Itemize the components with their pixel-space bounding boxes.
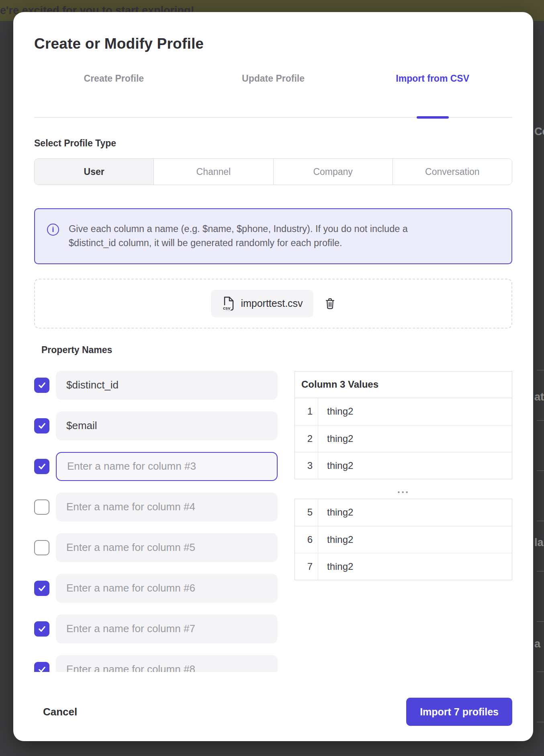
property-names-column: Property Names [34, 345, 278, 672]
property-name-input[interactable] [56, 574, 278, 603]
profile-type-option-user[interactable]: User [35, 159, 153, 185]
property-row [34, 493, 278, 522]
csv-file-icon: csv [221, 296, 234, 311]
tab-create-profile[interactable]: Create Profile [34, 73, 194, 84]
property-name-input[interactable] [56, 411, 278, 440]
profile-type-option-company[interactable]: Company [273, 159, 393, 185]
row-value-cell: thing2 [318, 425, 512, 452]
row-value-cell: thing2 [318, 553, 512, 580]
row-value-cell: thing2 [318, 499, 512, 526]
modal-footer: Cancel Import 7 profiles [34, 698, 512, 726]
property-row [34, 411, 278, 440]
profile-type-option-conversation[interactable]: Conversation [393, 159, 512, 185]
property-name-input[interactable] [56, 533, 278, 562]
trash-icon [325, 298, 335, 309]
tab-update-profile[interactable]: Update Profile [194, 73, 353, 84]
row-value-cell: thing2 [318, 526, 512, 553]
info-text: Give each column a name (e.g. $name, $ph… [69, 222, 422, 251]
row-index-cell: 1 [295, 398, 318, 425]
row-value-cell: thing2 [318, 452, 512, 479]
table-row: 2thing2 [295, 425, 512, 452]
property-row [34, 371, 278, 400]
values-table-bottom: 5thing26thing27thing2 [294, 499, 512, 580]
file-chip: csv importtest.csv [211, 290, 313, 317]
row-value-cell: thing2 [318, 398, 512, 425]
table-row: 1thing2 [295, 398, 512, 425]
tab-rule [34, 117, 512, 118]
checkmark-icon [37, 462, 47, 471]
property-row [34, 614, 278, 643]
page-title: Create or Modify Profile [34, 35, 512, 52]
property-checkbox[interactable] [34, 499, 49, 515]
delete-file-button[interactable] [325, 298, 335, 309]
background-fragment: Col [534, 125, 544, 138]
property-name-input[interactable] [56, 493, 278, 522]
checkmark-icon [37, 421, 47, 430]
row-index-cell: 7 [295, 553, 318, 580]
background-table-ticks [537, 370, 544, 724]
property-checkbox[interactable] [34, 378, 49, 393]
values-table-top-body: 1thing22thing23thing2 [295, 398, 512, 479]
profile-type-label: Select Profile Type [34, 138, 512, 149]
profile-type-options: UserChannelCompanyConversation [34, 158, 512, 185]
property-checkbox[interactable] [34, 581, 49, 596]
property-name-input[interactable] [56, 614, 278, 643]
import-profiles-button[interactable]: Import 7 profiles [406, 698, 512, 726]
property-checkbox[interactable] [34, 662, 49, 672]
property-row [34, 655, 278, 672]
row-index-cell: 6 [295, 526, 318, 553]
table-row: 7thing2 [295, 553, 512, 580]
values-table-top: Column 3 Values 1thing22thing23thing2 [294, 371, 512, 479]
checkmark-icon [37, 624, 47, 633]
table-row: 5thing2 [295, 499, 512, 526]
profile-type-option-channel[interactable]: Channel [153, 159, 273, 185]
table-row: 3thing2 [295, 452, 512, 479]
row-index-cell: 2 [295, 425, 318, 452]
property-checkbox[interactable] [34, 459, 49, 474]
table-row: 6thing2 [295, 526, 512, 553]
checkmark-icon [37, 380, 47, 390]
property-checkbox[interactable] [34, 418, 49, 433]
row-index-cell: 3 [295, 452, 318, 479]
property-names-label: Property Names [41, 345, 278, 355]
info-icon: i [47, 224, 59, 236]
csv-dropzone[interactable]: csv importtest.csv [34, 279, 512, 329]
info-box: i Give each column a name (e.g. $name, $… [34, 208, 512, 264]
create-or-modify-profile-modal: Create or Modify Profile Create ProfileU… [13, 12, 533, 741]
file-name: importtest.csv [241, 298, 303, 309]
tabs: Create ProfileUpdate ProfileImport from … [34, 73, 512, 84]
property-name-input[interactable] [56, 452, 278, 481]
mapping-area: Property Names Column 3 Values 1thing22t… [34, 345, 512, 672]
property-name-input[interactable] [56, 655, 278, 672]
rows-ellipsis: ... [294, 484, 512, 495]
property-checkbox[interactable] [34, 540, 49, 555]
cancel-button[interactable]: Cancel [34, 706, 77, 718]
property-name-input[interactable] [56, 371, 278, 400]
row-index-cell: 5 [295, 499, 318, 526]
svg-text:csv: csv [223, 306, 231, 310]
property-rows [34, 371, 278, 672]
property-row [34, 574, 278, 603]
property-row [34, 452, 278, 481]
values-table-bottom-body: 5thing26thing27thing2 [295, 499, 512, 580]
property-checkbox[interactable] [34, 621, 49, 637]
property-row [34, 533, 278, 562]
values-table-header: Column 3 Values [295, 372, 512, 398]
checkmark-icon [37, 583, 47, 593]
column-values-preview: Column 3 Values 1thing22thing23thing2 ..… [294, 371, 512, 672]
tab-import-from-csv[interactable]: Import from CSV [353, 73, 512, 84]
checkmark-icon [37, 665, 47, 672]
active-tab-underline [417, 116, 449, 119]
